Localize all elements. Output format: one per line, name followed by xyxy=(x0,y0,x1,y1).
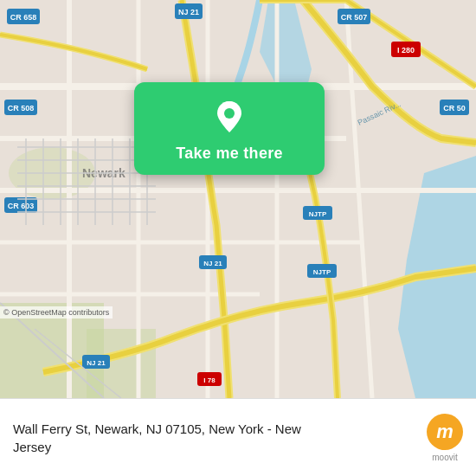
address-line2: Jersey xyxy=(13,438,414,456)
take-me-there-button[interactable]: Take me there xyxy=(176,145,283,163)
info-bar: Wall Ferry St, Newark, NJ 07105, New Yor… xyxy=(0,398,476,476)
svg-text:NJ 21: NJ 21 xyxy=(87,359,106,367)
svg-text:CR 508: CR 508 xyxy=(8,104,35,113)
svg-point-60 xyxy=(224,108,235,119)
map-container: CR 658 NJ 21 CR 507 I 280 CR 508 CR 50 N… xyxy=(0,0,476,398)
svg-text:I 78: I 78 xyxy=(203,376,215,384)
map-svg: CR 658 NJ 21 CR 507 I 280 CR 508 CR 50 N… xyxy=(0,0,476,398)
location-card: Take me there xyxy=(134,82,325,175)
moovit-circle: m xyxy=(427,414,463,450)
moovit-m-letter: m xyxy=(436,422,453,441)
osm-credit: © OpenStreetMap contributors xyxy=(0,306,113,318)
svg-text:CR 507: CR 507 xyxy=(341,13,368,22)
svg-text:CR 658: CR 658 xyxy=(10,13,37,22)
moovit-logo: m moovit xyxy=(427,414,463,462)
svg-text:CR 50: CR 50 xyxy=(443,104,466,113)
svg-text:NJ 21: NJ 21 xyxy=(178,8,199,16)
svg-text:NJ 21: NJ 21 xyxy=(203,260,222,267)
svg-text:CR 603: CR 603 xyxy=(8,202,35,210)
svg-text:NJTP: NJTP xyxy=(313,268,331,276)
svg-text:I 280: I 280 xyxy=(397,46,415,55)
moovit-label: moovit xyxy=(432,453,457,462)
svg-text:NJTP: NJTP xyxy=(309,210,327,218)
location-pin-icon xyxy=(210,98,248,136)
address-line1: Wall Ferry St, Newark, NJ 07105, New Yor… xyxy=(13,420,414,438)
address-text: Wall Ferry St, Newark, NJ 07105, New Yor… xyxy=(13,420,414,456)
